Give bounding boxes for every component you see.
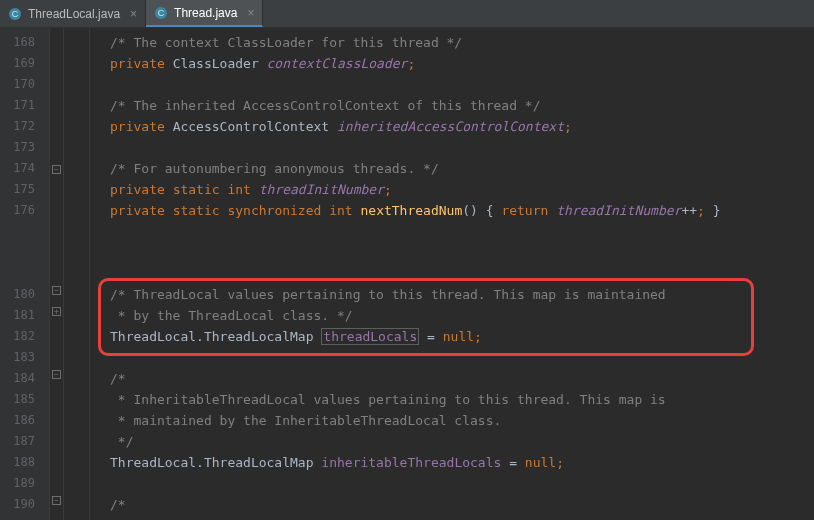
java-class-icon: C [8, 7, 22, 21]
code-line: * The requested stack size for this thre… [90, 515, 814, 520]
fold-toggle-icon[interactable]: − [52, 165, 61, 174]
line-number: 173 [0, 137, 49, 158]
line-number: 189 [0, 473, 49, 494]
line-number [0, 221, 49, 242]
tab-thread[interactable]: C Thread.java × [146, 0, 263, 27]
editor-area[interactable]: 1681691701711721731741751761801811821831… [0, 28, 814, 520]
code-line: * maintained by the InheritableThreadLoc… [90, 410, 814, 431]
close-icon[interactable]: × [247, 6, 254, 20]
line-number: 185 [0, 389, 49, 410]
code-line [90, 74, 814, 95]
line-number: 182 [0, 326, 49, 347]
fold-toggle-icon[interactable]: − [52, 496, 61, 505]
fold-column: − − + − − [50, 28, 64, 520]
code-line: private ClassLoader contextClassLoader; [90, 53, 814, 74]
fold-toggle-icon[interactable]: + [52, 307, 61, 316]
line-number: 180 [0, 284, 49, 305]
code-line: * InheritableThreadLocal values pertaini… [90, 389, 814, 410]
line-number: 174 [0, 158, 49, 179]
code-line: /* For autonumbering anonymous threads. … [90, 158, 814, 179]
code-line: ThreadLocal.ThreadLocalMap inheritableTh… [90, 452, 814, 473]
line-number: 191 [0, 515, 49, 520]
line-number: 175 [0, 179, 49, 200]
line-number: 190 [0, 494, 49, 515]
svg-text:C: C [12, 9, 19, 19]
code-line [90, 221, 814, 242]
code-line: private AccessControlContext inheritedAc… [90, 116, 814, 137]
code-content[interactable]: /* The context ClassLoader for this thre… [90, 28, 814, 520]
code-line: /* [90, 368, 814, 389]
tab-threadlocal[interactable]: C ThreadLocal.java × [0, 0, 146, 27]
code-line: ThreadLocal.ThreadLocalMap threadLocals … [90, 326, 814, 347]
line-number: 186 [0, 410, 49, 431]
code-line [90, 242, 814, 263]
code-line [90, 473, 814, 494]
code-line: * by the ThreadLocal class. */ [90, 305, 814, 326]
code-line: /* [90, 494, 814, 515]
code-line: /* ThreadLocal values pertaining to this… [90, 284, 814, 305]
code-line [90, 137, 814, 158]
java-class-icon: C [154, 6, 168, 20]
line-number: 181 [0, 305, 49, 326]
line-number: 170 [0, 74, 49, 95]
code-line [90, 347, 814, 368]
line-number: 184 [0, 368, 49, 389]
line-number: 168 [0, 32, 49, 53]
svg-text:C: C [158, 8, 165, 18]
fold-toggle-icon[interactable]: − [52, 370, 61, 379]
line-number: 169 [0, 53, 49, 74]
tab-bar: C ThreadLocal.java × C Thread.java × [0, 0, 814, 28]
code-line: private static synchronized int nextThre… [90, 200, 814, 221]
tab-label: ThreadLocal.java [28, 7, 120, 21]
close-icon[interactable]: × [130, 7, 137, 21]
code-line: /* The context ClassLoader for this thre… [90, 32, 814, 53]
line-number: 176 [0, 200, 49, 221]
fold-toggle-icon[interactable]: − [52, 286, 61, 295]
code-line: /* The inherited AccessControlContext of… [90, 95, 814, 116]
code-line: */ [90, 431, 814, 452]
line-number: 171 [0, 95, 49, 116]
line-number: 172 [0, 116, 49, 137]
line-number [0, 263, 49, 284]
line-number [0, 242, 49, 263]
code-line [90, 263, 814, 284]
line-number: 183 [0, 347, 49, 368]
line-number: 187 [0, 431, 49, 452]
line-number-gutter: 1681691701711721731741751761801811821831… [0, 28, 50, 520]
line-number: 188 [0, 452, 49, 473]
indent-guide [64, 28, 90, 520]
tab-label: Thread.java [174, 6, 237, 20]
code-line: private static int threadInitNumber; [90, 179, 814, 200]
